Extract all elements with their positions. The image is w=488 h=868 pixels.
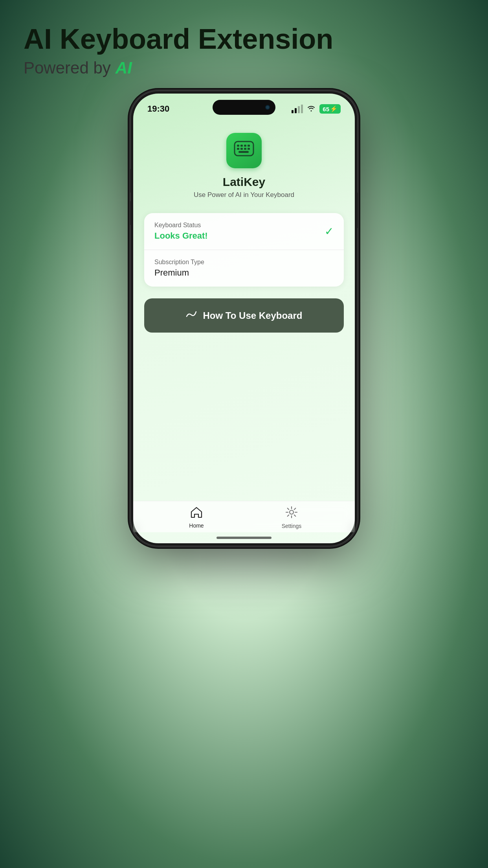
- front-camera: [265, 105, 270, 110]
- page-title: AI Keyboard Extension: [24, 24, 333, 55]
- dynamic-island: [213, 100, 275, 115]
- tab-bar: Home Settings: [133, 501, 355, 532]
- svg-rect-4: [248, 145, 250, 147]
- subtitle-ai: AI: [116, 59, 132, 77]
- subscription-type-row: Subscription Type Premium: [144, 250, 344, 287]
- battery-icon: 65⚡: [319, 104, 341, 114]
- signal-icon: [292, 105, 303, 113]
- how-to-use-button[interactable]: How To Use Keyboard: [144, 298, 344, 333]
- settings-icon: [285, 506, 298, 521]
- info-card: Keyboard Status Looks Great! ✓ Subscript…: [144, 213, 344, 287]
- volume-up-button: [130, 169, 131, 193]
- how-to-use-label: How To Use Keyboard: [203, 310, 303, 321]
- tab-home[interactable]: Home: [149, 506, 244, 529]
- tab-home-label: Home: [189, 522, 204, 529]
- svg-rect-1: [237, 145, 239, 147]
- subscription-type-label: Subscription Type: [154, 259, 334, 266]
- app-tagline: Use Power of AI in Your Keyboard: [194, 191, 294, 199]
- keyboard-status-value: Looks Great!: [154, 231, 208, 241]
- svg-rect-7: [244, 148, 246, 150]
- phone-frame: 19:30: [130, 90, 358, 546]
- home-icon: [190, 506, 203, 521]
- tab-settings[interactable]: Settings: [244, 506, 339, 529]
- svg-point-10: [290, 510, 294, 514]
- page-header: AI Keyboard Extension Powered by AI: [24, 24, 333, 77]
- keyboard-status-label: Keyboard Status: [154, 222, 208, 229]
- app-content: LatiKey Use Power of AI in Your Keyboard…: [133, 117, 355, 501]
- phone-screen: 19:30: [133, 94, 355, 543]
- tab-settings-label: Settings: [282, 523, 302, 529]
- page-subtitle: Powered by AI: [24, 59, 333, 77]
- checkmark-icon: ✓: [325, 225, 334, 238]
- svg-rect-6: [240, 148, 243, 150]
- home-indicator: [133, 532, 355, 543]
- power-button: [357, 193, 358, 228]
- svg-rect-5: [237, 148, 239, 150]
- svg-rect-2: [240, 145, 243, 147]
- keyboard-icon: [234, 141, 254, 160]
- status-icons: 65⚡: [292, 104, 341, 114]
- app-icon: [226, 133, 262, 168]
- right-side-buttons: [357, 193, 358, 228]
- subtitle-prefix: Powered by: [24, 59, 111, 77]
- how-to-icon: [186, 309, 197, 322]
- app-name: LatiKey: [223, 175, 265, 189]
- subscription-type-value: Premium: [154, 268, 334, 278]
- status-time: 19:30: [147, 104, 169, 114]
- volume-down-button: [130, 201, 131, 225]
- wifi-icon: [307, 105, 316, 114]
- left-side-buttons: [130, 169, 131, 225]
- svg-rect-3: [244, 145, 246, 147]
- svg-rect-9: [238, 151, 249, 153]
- status-bar: 19:30: [133, 94, 355, 117]
- keyboard-status-row: Keyboard Status Looks Great! ✓: [144, 213, 344, 250]
- svg-rect-8: [248, 148, 250, 150]
